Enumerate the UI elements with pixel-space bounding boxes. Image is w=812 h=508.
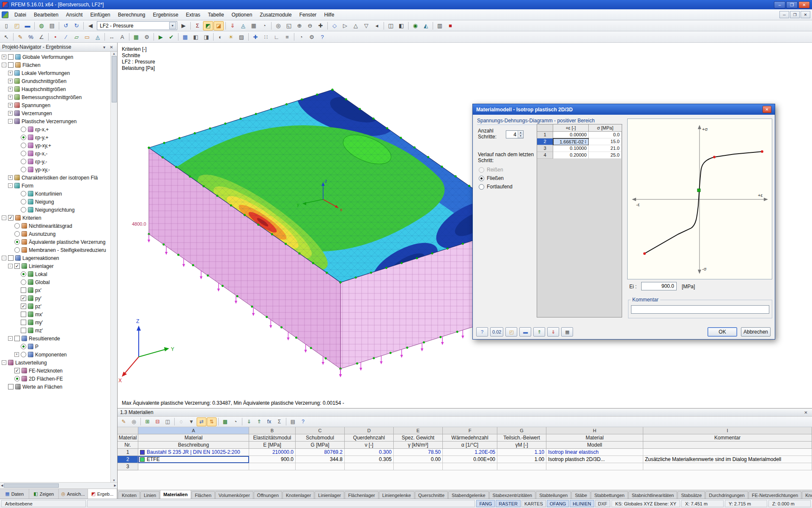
radio-selected[interactable] [479,176,484,181]
sigma-cell[interactable]: 15.0 [589,138,622,145]
scrollbar-thumb[interactable] [112,56,117,102]
cell-F-2[interactable]: 0.00E+00 [443,456,497,463]
scrollbar-thumb[interactable] [4,483,59,488]
column-letter-H[interactable]: H [546,427,643,434]
toggle-dxf[interactable]: DXF [595,500,610,507]
cell-A-3[interactable] [138,463,249,470]
tree-item[interactable]: +Grundschnittgrößen [0,77,110,85]
expand-icon[interactable]: + [8,111,13,116]
table-tab-6[interactable]: Knotenlager [283,491,314,499]
table-tab-17[interactable]: Stabsätze [678,491,705,499]
tree-item[interactable]: Äquivalente plastische Verzerrung [0,238,110,246]
menu-item-0[interactable]: Datei [11,10,30,19]
expand-icon[interactable]: + [8,79,13,83]
load-saved-values-icon[interactable]: ◰ [505,327,517,337]
column-letter-G[interactable]: G [497,427,546,434]
find-icon[interactable]: ◌ [176,417,186,426]
tree-item[interactable]: +Globale Verformungen [0,53,110,61]
checkbox-checked[interactable]: ✓ [14,368,20,373]
table-row[interactable]: 1Baustahl S 235 JR | DIN EN 10025-2:2002… [118,449,812,456]
tree-item[interactable]: ✓py' [0,294,110,302]
checkbox-unchecked[interactable] [21,312,26,317]
row-number[interactable]: 1 [537,132,553,138]
table-tab-12[interactable]: Stabexzentrizitäten [489,491,536,499]
language-icon[interactable]: ◍ [36,21,47,30]
collapse-icon[interactable]: - [8,264,13,268]
table-row[interactable]: 30.1000021.0 [537,145,622,152]
tree-item[interactable]: -Resultierende [0,334,110,342]
table-row[interactable]: 2ETFE900.0344.80.3050.000.00E+001.00Isot… [118,456,812,463]
checkbox-unchecked[interactable] [8,255,14,261]
ortho-mode-icon[interactable]: ∟ [272,32,282,41]
tree-item[interactable]: εp-x,+ [0,125,110,133]
checkbox-checked[interactable]: ✓ [8,215,14,221]
import-values-icon[interactable]: ⇓ [547,327,559,337]
spin-up-icon[interactable]: ▲ [518,131,523,135]
tree-vertical-scrollbar[interactable]: ▲ ▼ [110,52,117,482]
menu-item-8[interactable]: Optionen [228,10,256,19]
format-percent-icon[interactable]: % [26,32,36,41]
radio-unselected[interactable] [21,191,26,196]
save-values-icon[interactable]: ▬ [519,327,531,337]
expand-icon[interactable]: + [14,352,19,357]
checkbox-unchecked[interactable] [21,287,26,293]
tree-item[interactable]: -Form [0,182,110,190]
guidelines-icon[interactable]: ≡ [282,32,292,41]
table-tab-13[interactable]: Stabteilungen [536,491,571,499]
tree-item[interactable]: Neigungsrichtung [0,206,110,214]
tree-item[interactable]: +Spannungen [0,101,110,109]
tree-item[interactable]: 2D Flächen-FE [0,375,110,383]
spin-down-icon[interactable]: ▼ [584,142,587,144]
tree-item[interactable]: -Lastverteilung [0,359,110,367]
zoom-in-icon[interactable]: ⊕ [294,21,304,30]
view-in-x-icon[interactable]: ▷ [340,21,350,30]
tree-item[interactable]: Lokal [0,270,110,278]
navigator-tab-2[interactable]: ◎Ansich... [59,489,88,499]
menu-item-6[interactable]: Extras [182,10,204,19]
previous-view-icon[interactable]: ◂ [372,21,382,30]
scroll-right-icon[interactable]: ▶ [114,484,116,487]
checkbox-unchecked[interactable] [8,54,14,60]
table-tab-20[interactable]: Knotenfreigaben [802,491,812,499]
program-options-icon[interactable]: ⚙ [307,32,317,41]
table-tab-10[interactable]: Querschnitte [415,491,448,499]
toggle-kartes[interactable]: KARTES [521,500,546,507]
table-tab-16[interactable]: Stabnichtlinearitäten [628,491,678,499]
cell-D-1[interactable]: 0.300 [345,449,394,456]
tree-item[interactable]: ✓FE-Netzknoten [0,367,110,375]
radio-unselected[interactable] [21,143,26,148]
show-loads-icon[interactable]: ⇓ [228,21,238,30]
stop-calculation-icon[interactable]: ■ [445,21,455,30]
menu-item-4[interactable]: Berechnung [114,10,149,19]
background-settings-icon[interactable]: ▨ [236,32,247,41]
table-tab-2[interactable]: Materialien [160,490,191,499]
cell-spinner[interactable]: ▲▼ [584,140,587,144]
radio-selected[interactable] [21,135,26,140]
radio-unselected[interactable] [21,159,26,164]
tree-item[interactable]: +Charakteristiken der isotropen Flä [0,174,110,182]
checkbox-unchecked[interactable] [21,328,26,333]
row-number[interactable]: 4 [537,152,553,159]
checkbox-unchecked[interactable] [8,62,14,68]
column-letter-A[interactable]: A [138,427,249,434]
help-icon[interactable]: ? [317,32,327,41]
menu-item-5[interactable]: Ergebnisse [149,10,182,19]
epsilon-cell[interactable]: 0.00000 [553,132,589,138]
cell-I-1[interactable] [643,449,812,456]
tree-item[interactable]: -Lagerreaktionen [0,254,110,262]
table-row[interactable]: 10.000000.0 [537,132,622,138]
snap-icon[interactable]: ✚ [250,32,261,41]
tree-item[interactable]: ✓pz' [0,302,110,310]
cell-C-3[interactable] [296,463,345,470]
cell-H-3[interactable] [546,463,643,470]
option-selected-1[interactable]: Fließen [479,175,504,181]
collapse-icon[interactable]: - [8,119,13,124]
row-number[interactable]: 3 [537,145,553,152]
cell-E-3[interactable] [394,463,443,470]
radio-unselected[interactable] [21,199,26,204]
dialog-help-icon[interactable]: ? [476,327,488,337]
column-letter-E[interactable]: E [394,427,443,434]
radio-unselected[interactable] [14,247,20,253]
collapse-icon[interactable]: - [8,183,13,188]
collapse-icon[interactable]: - [8,336,13,341]
